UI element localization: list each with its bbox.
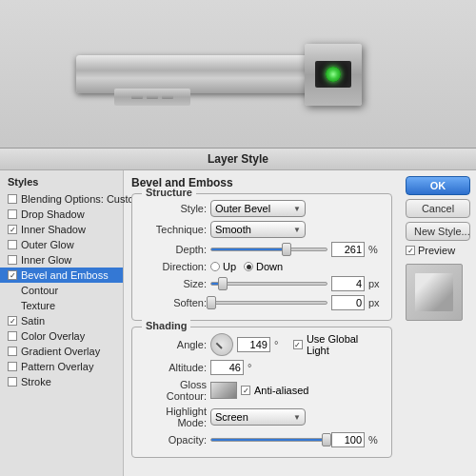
metal-grip [114, 89, 190, 106]
sidebar-item-blending[interactable]: Blending Options: Custom [0, 191, 123, 207]
soften-input[interactable]: 0 [331, 295, 365, 310]
highlight-dropdown[interactable]: Screen ▼ [210, 408, 306, 426]
checkbox-blending[interactable] [8, 194, 17, 204]
metal-bracket [305, 44, 362, 106]
highlight-label: Highlight Mode: [140, 406, 207, 428]
depth-thumb[interactable] [282, 243, 291, 256]
size-input[interactable]: 4 [331, 276, 365, 291]
soften-slider-container [210, 301, 327, 305]
style-dropdown[interactable]: Outer Bevel ▼ [210, 200, 306, 217]
opacity-input[interactable]: 100 [331, 432, 365, 447]
technique-value: Smooth [215, 224, 251, 235]
sidebar-label-inner-glow: Inner Glow [21, 254, 71, 266]
direction-up-option[interactable]: Up [210, 261, 236, 272]
gloss-contour-preview[interactable] [210, 382, 237, 399]
depth-slider[interactable] [210, 248, 327, 251]
cancel-button[interactable]: Cancel [406, 199, 470, 218]
direction-row: Direction: Up Down [140, 261, 384, 272]
dropdown-arrow-2: ▼ [293, 226, 301, 234]
sidebar-item-gradient-overlay[interactable]: Gradient Overlay [0, 344, 123, 359]
soften-row: Soften: 0 px [140, 295, 384, 310]
preview-checkbox[interactable] [406, 246, 415, 255]
ok-button[interactable]: OK [406, 176, 470, 195]
altitude-label: Altitude: [140, 362, 207, 373]
opacity-label: Opacity: [140, 434, 207, 446]
technique-label: Technique: [140, 224, 207, 235]
direction-up-radio[interactable] [210, 262, 220, 271]
checkbox-drop-shadow[interactable] [8, 209, 17, 219]
angle-label: Angle: [140, 339, 207, 350]
preview-thumbnail [406, 264, 463, 321]
depth-input[interactable]: 261 [331, 242, 365, 257]
technique-row: Technique: Smooth ▼ [140, 221, 384, 238]
sidebar-item-drop-shadow[interactable]: Drop Shadow [0, 207, 123, 222]
checkbox-gradient-overlay[interactable] [8, 347, 17, 356]
new-style-button[interactable]: New Style... [406, 222, 470, 241]
opacity-unit: % [368, 434, 384, 446]
altitude-row: Altitude: 46 ° [140, 360, 384, 375]
soften-thumb[interactable] [207, 296, 216, 309]
highlight-row: Highlight Mode: Screen ▼ [140, 406, 384, 428]
checkbox-pattern-overlay[interactable] [8, 362, 17, 371]
opacity-thumb[interactable] [322, 433, 331, 446]
sidebar-item-inner-shadow[interactable]: Inner Shadow [0, 222, 123, 237]
direction-up-label: Up [223, 261, 236, 272]
sidebar-label-gradient-overlay: Gradient Overlay [21, 346, 100, 357]
sidebar-item-outer-glow[interactable]: Outer Glow [0, 237, 123, 252]
opacity-slider-container [210, 438, 327, 442]
size-row: Size: 4 px [140, 276, 384, 291]
sidebar-item-stroke[interactable]: Stroke [0, 374, 123, 389]
metal-body [76, 55, 324, 93]
sidebar-item-inner-glow[interactable]: Inner Glow [0, 252, 123, 268]
main-panel: Bevel and Emboss Structure Style: Outer … [124, 170, 400, 476]
technique-dropdown[interactable]: Smooth ▼ [210, 221, 306, 238]
highlight-arrow: ▼ [293, 413, 301, 422]
preview-label: Preview [418, 245, 455, 256]
size-slider[interactable] [210, 282, 327, 286]
soften-label: Soften: [140, 297, 207, 308]
depth-slider-container [210, 248, 327, 251]
altitude-input[interactable]: 46 [210, 360, 244, 375]
size-unit: px [368, 278, 384, 289]
sidebar-label-drop-shadow: Drop Shadow [21, 208, 85, 220]
size-thumb[interactable] [218, 277, 228, 290]
sidebar-label-color-overlay: Color Overlay [21, 330, 85, 342]
direction-down-radio[interactable] [244, 262, 253, 271]
sidebar-item-satin[interactable]: Satin [0, 313, 123, 328]
direction-radio-group: Up Down [210, 261, 283, 272]
sidebar-item-contour[interactable]: Contour [0, 283, 123, 298]
direction-label: Direction: [140, 261, 207, 272]
style-value: Outer Bevel [215, 203, 270, 214]
sidebar-item-bevel-emboss[interactable]: Bevel and Emboss [0, 268, 123, 283]
dialog-title: Layer Style [208, 152, 268, 166]
checkbox-color-overlay[interactable] [8, 331, 17, 341]
checkbox-bevel-emboss[interactable] [8, 270, 17, 280]
anti-aliased-checkbox[interactable] [241, 386, 250, 395]
global-light-checkbox[interactable] [293, 340, 303, 349]
checkbox-satin[interactable] [8, 316, 17, 326]
angle-input[interactable]: 149 [237, 337, 270, 352]
lens-glow [326, 67, 341, 82]
checkbox-inner-shadow[interactable] [8, 225, 17, 234]
sidebar-label-stroke: Stroke [21, 376, 51, 387]
opacity-slider[interactable] [210, 438, 327, 442]
checkbox-inner-glow[interactable] [8, 255, 17, 265]
depth-unit: % [368, 244, 384, 255]
opacity-row: Opacity: 100 % [140, 432, 384, 447]
sidebar-item-color-overlay[interactable]: Color Overlay [0, 328, 123, 344]
direction-down-option[interactable]: Down [244, 261, 283, 272]
direction-down-label: Down [256, 261, 283, 272]
sidebar-label-pattern-overlay: Pattern Overlay [21, 361, 93, 372]
sidebar-item-pattern-overlay[interactable]: Pattern Overlay [0, 359, 123, 374]
sidebar-item-texture[interactable]: Texture [0, 298, 123, 313]
sidebar-label-satin: Satin [21, 315, 45, 327]
checkbox-outer-glow[interactable] [8, 240, 17, 249]
structure-group: Structure Style: Outer Bevel ▼ Technique… [131, 193, 392, 321]
style-label: Style: [140, 203, 207, 214]
soften-slider[interactable] [210, 301, 327, 305]
depth-row: Depth: 261 % [140, 242, 384, 257]
sidebar-label-outer-glow: Outer Glow [21, 239, 74, 250]
size-slider-container [210, 282, 327, 286]
angle-dial[interactable] [210, 333, 233, 356]
checkbox-stroke[interactable] [8, 377, 17, 387]
